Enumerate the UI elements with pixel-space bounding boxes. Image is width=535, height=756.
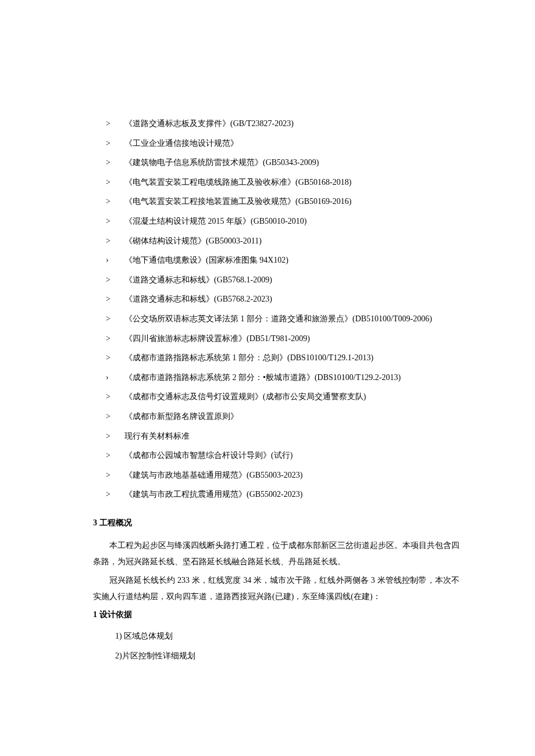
standard-item: >《成都市交通标志及信号灯设置规则》(成都市公安局交通警察支队): [115, 389, 459, 405]
bullet-icon: >: [115, 292, 124, 307]
standard-text: 《建筑与市政工程抗震通用规范》(GB55002-2023): [124, 490, 302, 499]
bullet-icon: >: [115, 331, 124, 347]
standard-item: >《建筑与市政地基基础通用规范》(GB55003-2023): [115, 468, 459, 483]
bullet-icon: >: [115, 136, 124, 152]
bullet-icon: >: [115, 175, 124, 191]
standard-text: 《公交场所双语标志英文译法第 1 部分：道路交通和旅游景点》(DB510100/…: [124, 314, 432, 323]
bullet-icon: ›: [115, 253, 124, 268]
standard-text: 《成都市新型路名牌设置原则》: [124, 412, 238, 421]
section-1-heading: 1 设计依据: [93, 607, 459, 623]
standard-item: >《砌体结构设计规范》(GB50003-2011): [115, 234, 459, 249]
standard-text: 现行有关材料标准: [124, 432, 190, 440]
standard-text: 《工业企业通信接地设计规范》: [124, 139, 238, 148]
standard-text: 《成都市公园城市智慧综合杆设计导则》(试行): [124, 451, 293, 460]
standard-item: >《公交场所双语标志英文译法第 1 部分：道路交通和旅游景点》(DB510100…: [115, 311, 459, 327]
bullet-icon: >: [115, 429, 124, 445]
standard-text: 《四川省旅游标志标牌设置标准》(DB51/T981-2009): [124, 334, 310, 343]
standard-text: 《道路交通标志和标线》(GB5768.1-2009): [124, 275, 272, 284]
bullet-icon: >: [115, 448, 124, 464]
standard-item: >《混凝土结构设计规范 2015 年版》(GB50010-2010): [115, 214, 459, 230]
standard-text: 《砌体结构设计规范》(GB50003-2011): [124, 237, 262, 245]
standard-text: 《建筑与市政地基基础通用规范》(GB55003-2023): [124, 471, 302, 479]
bullet-icon: >: [115, 194, 124, 210]
standard-item: >《成都市道路指路标志系统第 1 部分：总则》(DBS10100/T129.1-…: [115, 350, 459, 366]
bullet-icon: >: [115, 468, 124, 483]
standard-item: >《建筑与市政工程抗震通用规范》(GB55002-2023): [115, 487, 459, 503]
standard-item: >《道路交通标志和标线》(GB5768.1-2009): [115, 273, 459, 288]
standard-text: 《成都市道路指路标志系统第 1 部分：总则》(DBS10100/T129.1-2…: [124, 353, 373, 362]
standard-text: 《混凝土结构设计规范 2015 年版》(GB50010-2010): [124, 217, 306, 225]
standard-item: >《建筑物电子信息系统防雷技术规范》(GB50343-2009): [115, 155, 459, 171]
standard-item: >现行有关材料标准: [115, 429, 459, 445]
design-basis-item: 2)片区控制性详细规划: [115, 648, 459, 664]
bullet-icon: >: [115, 116, 124, 132]
standard-item: >《四川省旅游标志标牌设置标准》(DB51/T981-2009): [115, 331, 459, 347]
standard-item: >《成都市新型路名牌设置原则》: [115, 409, 459, 425]
bullet-icon: >: [115, 155, 124, 171]
bullet-icon: >: [115, 350, 124, 366]
standard-text: 《建筑物电子信息系统防雷技术规范》(GB50343-2009): [124, 158, 319, 167]
standard-item: >《道路交通标志和标线》(GB5768.2-2023): [115, 292, 459, 307]
standard-item: ›《成都市道路指路标志系统第 2 部分：•般城市道路》(DBS10100/T12…: [115, 370, 459, 386]
section-3-heading: 3 工程概况: [93, 515, 459, 531]
bullet-icon: >: [115, 234, 124, 249]
bullet-icon: >: [115, 487, 124, 503]
standard-text: 《电气装置安装工程电缆线路施工及验收标准》(GB50168-2018): [124, 178, 351, 187]
bullet-icon: >: [115, 311, 124, 327]
standard-text: 《成都市交通标志及信号灯设置规则》(成都市公安局交通警察支队): [124, 392, 366, 401]
standard-item: >《电气装置安装工程接地装置施工及验收规范》(GB50169-2016): [115, 194, 459, 210]
section-3-para-1: 本工程为起步区与绛溪四线断头路打通工程，位于成都东部新区三岔街道起步区。本项目共…: [93, 538, 459, 570]
standard-item: >《道路交通标志板及支撑件》(GB/T23827-2023): [115, 116, 459, 132]
standard-text: 《道路交通标志和标线》(GB5768.2-2023): [124, 295, 272, 303]
section-3-para-2: 冠兴路延长线长约 233 米，红线宽度 34 米，城市次干路，红线外两侧各 3 …: [93, 572, 459, 605]
standard-item: >《成都市公园城市智慧综合杆设计导则》(试行): [115, 448, 459, 464]
standard-item: >《工业企业通信接地设计规范》: [115, 136, 459, 152]
bullet-icon: >: [115, 214, 124, 230]
standard-text: 《道路交通标志板及支撑件》(GB/T23827-2023): [124, 119, 294, 128]
standard-text: 《地下通信电缆敷设》(国家标准图集 94X102): [124, 256, 288, 264]
bullet-icon: ›: [115, 370, 124, 386]
bullet-icon: >: [115, 409, 124, 425]
bullet-icon: >: [115, 273, 124, 288]
standard-item: ›《地下通信电缆敷设》(国家标准图集 94X102): [115, 253, 459, 268]
standard-text: 《成都市道路指路标志系统第 2 部分：•般城市道路》(DBS10100/T129…: [124, 373, 401, 382]
bullet-icon: >: [115, 389, 124, 405]
standard-item: >《电气装置安装工程电缆线路施工及验收标准》(GB50168-2018): [115, 175, 459, 191]
standards-list: >《道路交通标志板及支撑件》(GB/T23827-2023) >《工业企业通信接…: [115, 116, 459, 503]
standard-text: 《电气装置安装工程接地装置施工及验收规范》(GB50169-2016): [124, 197, 351, 206]
design-basis-item: 1) 区域总体规划: [115, 629, 459, 644]
